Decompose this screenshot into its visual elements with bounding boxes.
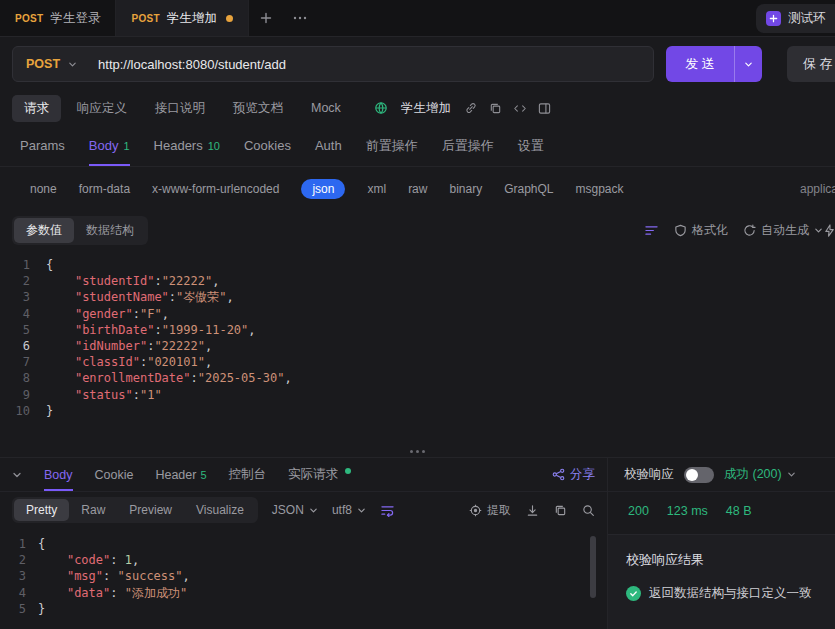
- environment-selector[interactable]: 测试环: [756, 4, 835, 33]
- doc-title[interactable]: 学生增加: [401, 100, 451, 117]
- line-number: 5: [0, 322, 46, 338]
- request-tab-student-add[interactable]: POST 学生增加: [116, 0, 248, 36]
- mode-schema[interactable]: 数据结构: [74, 218, 146, 243]
- nav-item-preview[interactable]: 预览文档: [221, 95, 295, 122]
- send-label: 发 送: [666, 46, 734, 82]
- response-tab-cookie[interactable]: Cookie: [95, 458, 134, 491]
- search-icon[interactable]: [582, 504, 595, 517]
- nav-item-mock[interactable]: Mock: [299, 96, 353, 120]
- request-body-editor[interactable]: 1{2 "studentId":"22222",3 "studentName":…: [0, 249, 835, 445]
- body-type-graphql[interactable]: GraphQL: [504, 182, 553, 196]
- nav-item-docs[interactable]: 接口说明: [143, 95, 217, 122]
- tab-params[interactable]: Params: [20, 125, 65, 166]
- panel-splitter-handle[interactable]: [0, 445, 835, 457]
- url-input[interactable]: http://localhost:8080/student/add: [90, 57, 653, 72]
- send-button[interactable]: 发 送: [666, 46, 762, 82]
- response-scrollbar[interactable]: [590, 536, 596, 598]
- download-icon[interactable]: [526, 504, 539, 517]
- chevron-down-icon: [68, 60, 77, 69]
- workspace-tabbar: POST 学生登录 POST 学生增加 测试环: [0, 0, 835, 37]
- tab-auth[interactable]: Auth: [315, 125, 342, 166]
- editor-tools: 格式化 自动生成: [644, 222, 823, 239]
- body-type-raw[interactable]: raw: [408, 182, 427, 196]
- response-time: 123 ms: [667, 504, 708, 518]
- code-icon[interactable]: [513, 102, 527, 115]
- share-icon: [552, 468, 565, 481]
- tab-pre-actions[interactable]: 前置操作: [366, 125, 418, 166]
- collapse-chevron-icon[interactable]: [12, 470, 22, 480]
- extract-target-icon: [469, 504, 482, 517]
- nav-item-request[interactable]: 请求: [12, 95, 61, 122]
- validation-label: 校验响应: [624, 466, 674, 483]
- validation-status[interactable]: 成功 (200): [724, 466, 796, 483]
- response-body-editor[interactable]: 1{2 "code": 1,3 "msg": "success",4 "data…: [0, 536, 607, 617]
- plus-icon: [259, 11, 273, 25]
- method-value: POST: [26, 57, 60, 71]
- method-select[interactable]: POST: [13, 47, 90, 81]
- link-icon[interactable]: [464, 101, 478, 115]
- body-type-json[interactable]: json: [301, 179, 345, 199]
- response-language-select[interactable]: JSON: [272, 503, 318, 517]
- view-raw[interactable]: Raw: [69, 499, 117, 521]
- format-button[interactable]: 格式化: [674, 222, 728, 239]
- response-tab-header[interactable]: Header5: [155, 458, 206, 491]
- auto-generate-button[interactable]: 自动生成: [743, 222, 823, 239]
- view-preview[interactable]: Preview: [117, 499, 184, 521]
- tab-body[interactable]: Body1: [89, 125, 130, 166]
- code-line: 2 "code": 1,: [0, 552, 607, 568]
- nav-item-response-def[interactable]: 响应定义: [65, 95, 139, 122]
- save-label: 保 存: [803, 55, 833, 73]
- mode-values[interactable]: 参数值: [14, 218, 74, 243]
- body-count-badge: 1: [123, 140, 129, 152]
- content-type-label: application/json: [800, 182, 835, 196]
- columns-layout-icon[interactable]: [538, 102, 551, 115]
- response-size: 48 B: [726, 504, 752, 518]
- validation-toggle[interactable]: [684, 467, 714, 483]
- code-line: 2 "studentId":"22222",: [0, 273, 835, 289]
- request-tab-student-login[interactable]: POST 学生登录: [0, 0, 116, 36]
- send-options-caret[interactable]: [734, 46, 762, 82]
- docs-globe-icon: [374, 101, 388, 115]
- response-tab-body[interactable]: Body: [44, 458, 73, 491]
- view-pretty[interactable]: Pretty: [14, 499, 69, 521]
- response-tab-actual-request[interactable]: 实际请求: [288, 458, 351, 491]
- copy-icon[interactable]: [489, 102, 502, 115]
- format-icon: [674, 224, 687, 237]
- code-line: 5}: [0, 601, 607, 617]
- body-type-binary[interactable]: binary: [449, 182, 482, 196]
- chevron-down-icon: [309, 506, 318, 515]
- new-tab-button[interactable]: [249, 0, 283, 36]
- line-number: 9: [0, 387, 46, 403]
- response-tab-console[interactable]: 控制台: [229, 458, 267, 491]
- tab-headers[interactable]: Headers10: [154, 125, 220, 166]
- response-encoding-select[interactable]: utf8: [332, 503, 366, 517]
- request-section-tabs: Params Body1 Headers10 Cookies Auth 前置操作…: [0, 125, 835, 167]
- body-type-form-data[interactable]: form-data: [79, 182, 130, 196]
- headers-count-badge: 10: [208, 140, 220, 152]
- copy-icon[interactable]: [554, 504, 567, 517]
- code-line: 9 "status":"1": [0, 387, 835, 403]
- body-type-urlencoded[interactable]: x-www-form-urlencoded: [152, 182, 279, 196]
- share-button[interactable]: 分享: [552, 458, 595, 491]
- refresh-icon: [743, 224, 756, 237]
- wrap-settings-icon[interactable]: [644, 224, 659, 237]
- body-type-xml[interactable]: xml: [367, 182, 386, 196]
- status-code: 200: [628, 504, 649, 518]
- tab-post-actions[interactable]: 后置操作: [442, 125, 494, 166]
- code-line: 1{: [0, 536, 607, 552]
- line-number: 1: [0, 257, 46, 273]
- tab-cookies[interactable]: Cookies: [244, 125, 291, 166]
- body-type-none[interactable]: none: [30, 182, 57, 196]
- tab-settings[interactable]: 设置: [518, 125, 544, 166]
- save-button[interactable]: 保 存: [787, 46, 835, 82]
- line-number: 6: [0, 338, 46, 354]
- view-visualize[interactable]: Visualize: [184, 499, 256, 521]
- code-line: 10}: [0, 403, 835, 419]
- body-type-msgpack[interactable]: msgpack: [576, 182, 624, 196]
- lightning-icon[interactable]: [823, 224, 835, 237]
- word-wrap-icon[interactable]: [380, 504, 395, 517]
- tab-more-button[interactable]: [283, 0, 317, 36]
- code-line: 3 "msg": "success",: [0, 568, 607, 584]
- response-actions: 提取: [469, 502, 595, 519]
- extract-button[interactable]: 提取: [469, 502, 511, 519]
